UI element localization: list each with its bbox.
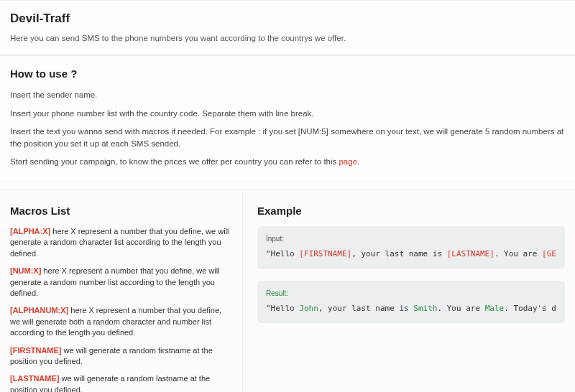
page-subtitle: Here you can send SMS to the phone numbe…: [10, 32, 565, 45]
example-title: Example: [257, 203, 565, 220]
code-text: . You are: [437, 304, 484, 313]
howto-step: Insert the text you wanna send with macr…: [10, 126, 565, 151]
code-value: John: [299, 304, 318, 313]
howto-step-last: Start sending your campaign, to know the…: [10, 156, 565, 168]
macro-tag: [ALPHANUM:X]: [10, 306, 68, 314]
example-column: Example Input: "Hello [FIRSTNAME], your …: [243, 190, 575, 393]
macro-item: [LASTNAME] we will generate a random las…: [10, 373, 231, 392]
page-title: Devil-Traff: [10, 9, 565, 28]
macro-tag: [LASTNAME]: [10, 374, 59, 383]
howto-last-suffix: .: [357, 157, 359, 166]
macro-tag: [ALPHA:X]: [10, 227, 50, 235]
example-input-block: Input: "Hello [FIRSTNAME], your last nam…: [257, 226, 565, 269]
lower-section: Macros List [ALPHA:X] here X represent a…: [0, 190, 575, 393]
macros-column: Macros List [ALPHA:X] here X represent a…: [0, 190, 243, 393]
header-section: Devil-Traff Here you can send SMS to the…: [0, 0, 575, 55]
macro-item: [ALPHANUM:X] here X represent a number t…: [10, 305, 231, 338]
howto-step: Insert the sender name.: [10, 89, 565, 101]
macro-item: [FIRSTNAME] we will generate a random fi…: [10, 345, 231, 368]
macro-item: [ALPHA:X] here X represent a number that…: [10, 226, 231, 259]
code-text: "Hello: [266, 304, 299, 313]
example-result-code: "Hello John, your last name is Smith. Yo…: [266, 303, 556, 315]
code-value: Male: [485, 304, 505, 313]
code-text: . Today's d: [504, 304, 556, 313]
code-value: Smith: [413, 304, 437, 313]
howto-section: How to use ? Insert the sender name. Ins…: [0, 55, 575, 182]
code-text: "Hello: [266, 249, 299, 258]
howto-last-prefix: Start sending your campaign, to know the…: [10, 157, 339, 166]
example-result-label: Result:: [266, 288, 556, 299]
prices-page-link[interactable]: page: [339, 157, 357, 166]
example-input-code: "Hello [FIRSTNAME], your last name is [L…: [266, 248, 556, 261]
macros-title: Macros List: [10, 203, 231, 220]
code-text: , your last name is: [318, 304, 413, 313]
macro-tag: [FIRSTNAME]: [10, 346, 62, 355]
example-result-block: Result: "Hello John, your last name is S…: [257, 281, 565, 324]
code-macro: [FIRSTNAME]: [299, 249, 351, 258]
howto-title: How to use ?: [10, 66, 565, 83]
code-text: . You are: [494, 249, 542, 258]
macro-tag: [NUM:X]: [10, 266, 41, 275]
macro-desc: here X represent a number that you defin…: [10, 266, 220, 297]
code-text: , your last name is: [351, 249, 446, 258]
code-macro: [LASTNAME]: [447, 249, 494, 258]
example-input-label: Input:: [266, 233, 556, 244]
howto-step: Insert your phone number list with the c…: [10, 108, 565, 120]
macro-item: [NUM:X] here X represent a number that y…: [10, 266, 231, 299]
code-macro: [GE: [542, 249, 556, 258]
